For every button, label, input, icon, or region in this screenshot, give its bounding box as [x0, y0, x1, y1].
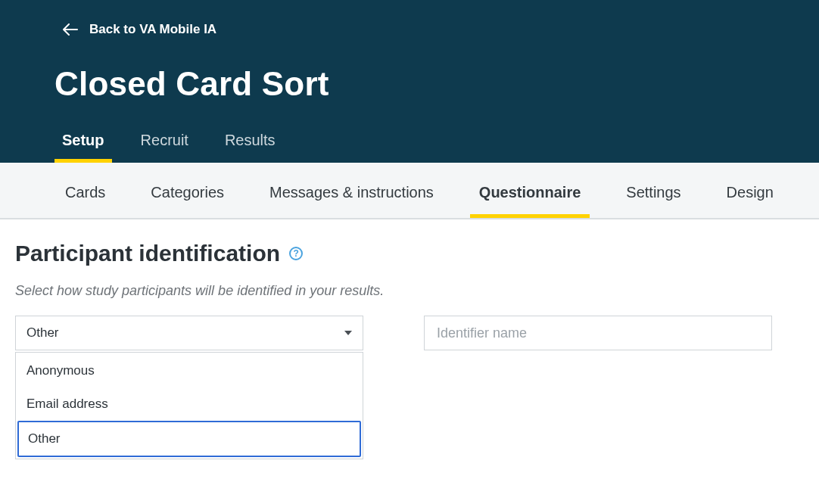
- subtab-design[interactable]: Design: [724, 179, 777, 218]
- option-email[interactable]: Email address: [17, 387, 361, 421]
- tab-recruit[interactable]: Recruit: [141, 127, 188, 163]
- sub-tabs: Cards Categories Messages & instructions…: [0, 163, 819, 219]
- chevron-down-icon: [344, 331, 352, 335]
- back-link-label: Back to VA Mobile IA: [89, 22, 216, 37]
- tab-setup[interactable]: Setup: [62, 127, 104, 163]
- section-description: Select how study participants will be id…: [15, 283, 804, 299]
- tab-results[interactable]: Results: [225, 127, 276, 163]
- help-icon[interactable]: ?: [289, 247, 303, 260]
- option-anonymous[interactable]: Anonymous: [17, 354, 361, 387]
- back-link[interactable]: Back to VA Mobile IA: [0, 0, 819, 45]
- subtab-questionnaire[interactable]: Questionnaire: [476, 179, 584, 218]
- section-title: Participant identification: [15, 241, 280, 266]
- identifier-type-dropdown: Anonymous Email address Other: [15, 352, 363, 459]
- arrow-left-icon: [62, 21, 79, 38]
- subtab-messages[interactable]: Messages & instructions: [266, 179, 437, 218]
- page-title: Closed Card Sort: [0, 45, 819, 127]
- option-other[interactable]: Other: [17, 421, 361, 457]
- subtab-settings[interactable]: Settings: [623, 179, 684, 218]
- primary-tabs: Setup Recruit Results: [0, 127, 819, 163]
- subtab-cards[interactable]: Cards: [62, 179, 108, 218]
- identifier-type-selected: Other: [26, 325, 59, 341]
- identifier-type-select[interactable]: Other: [15, 316, 363, 350]
- subtab-categories[interactable]: Categories: [148, 179, 227, 218]
- identifier-name-input[interactable]: [424, 316, 772, 350]
